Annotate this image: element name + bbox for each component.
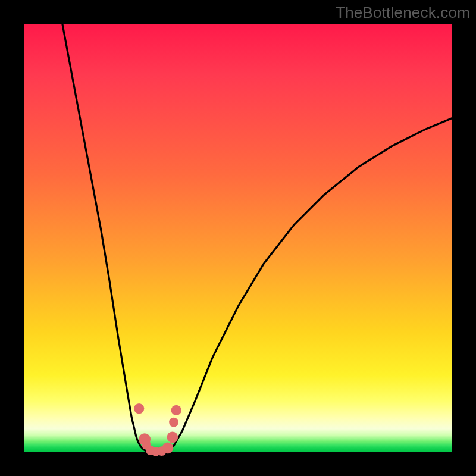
plot-area	[24, 24, 452, 452]
data-marker	[162, 442, 174, 453]
data-marker	[167, 431, 178, 443]
data-marker	[134, 403, 144, 414]
data-marker	[169, 418, 178, 427]
marker-layer	[134, 403, 181, 456]
chart-frame: TheBottleneck.com	[0, 0, 476, 476]
watermark-text: TheBottleneck.com	[336, 4, 470, 22]
bottleneck-curve	[62, 24, 452, 452]
curve-layer	[24, 24, 452, 452]
data-marker	[171, 405, 181, 415]
